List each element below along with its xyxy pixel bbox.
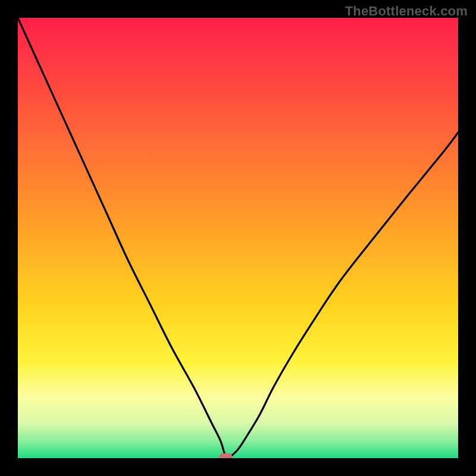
gradient-background xyxy=(18,18,458,458)
watermark-text: TheBottleneck.com xyxy=(345,4,468,19)
optimum-marker xyxy=(219,453,232,458)
chart-frame: TheBottleneck.com xyxy=(0,0,476,476)
plot-area xyxy=(18,18,458,458)
chart-svg xyxy=(18,18,458,458)
svg-rect-0 xyxy=(219,453,232,458)
